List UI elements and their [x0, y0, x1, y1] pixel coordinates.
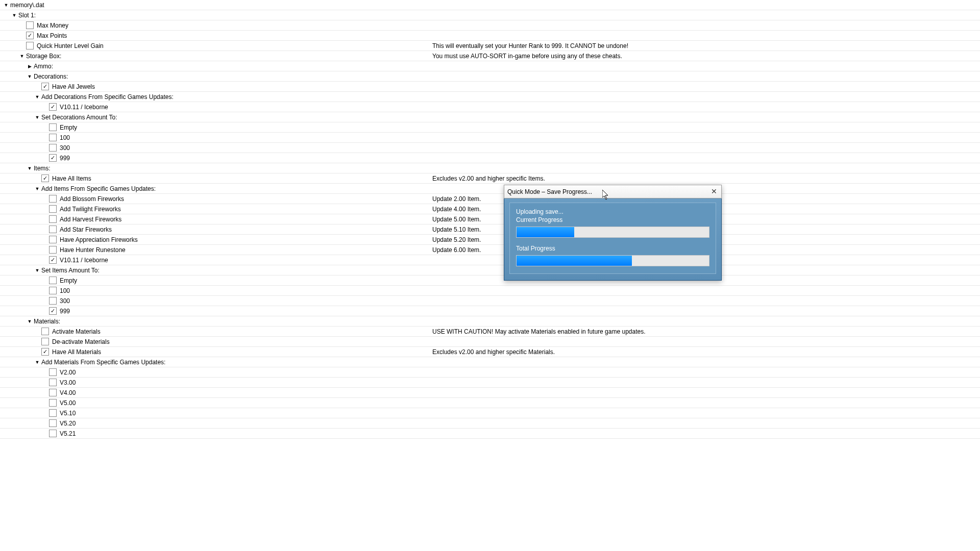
checkbox[interactable] — [49, 246, 57, 254]
tree-node-items[interactable]: ▼ Items: — [0, 163, 980, 173]
tree-item-deco-300[interactable]: ▼ 300 — [0, 143, 980, 153]
tree-item-max-money[interactable]: ▼ Max Money — [0, 20, 980, 31]
tree-node-storage-box[interactable]: ▼ Storage Box: You must use AUTO-SORT in… — [0, 51, 980, 61]
tree-item-have-runestone[interactable]: ▼ Have Hunter Runestone Update 6.00 Item… — [0, 245, 980, 255]
expand-icon[interactable]: ▼ — [11, 13, 17, 18]
checkbox[interactable] — [49, 103, 57, 111]
tree-item-mat-v521[interactable]: ▼ V5.21 — [0, 429, 980, 439]
checkbox[interactable] — [49, 399, 57, 407]
checkbox[interactable] — [49, 430, 57, 437]
tree-item-mat-v500[interactable]: ▼ V5.00 — [0, 398, 980, 408]
item-note: Update 5.00 Item. — [432, 216, 481, 223]
tree-item-item-100[interactable]: ▼ 100 — [0, 286, 980, 296]
node-label: Set Decorations Amount To: — [41, 114, 117, 121]
tree-item-deco-v1011[interactable]: ▼ V10.11 / Iceborne — [0, 102, 980, 112]
status-label: Uploading save... — [516, 208, 709, 215]
dialog-title: Quick Mode – Save Progress... — [507, 188, 592, 195]
expand-icon[interactable]: ▼ — [3, 3, 9, 8]
item-note: Update 5.20 Item. — [432, 236, 481, 243]
checkbox[interactable] — [49, 195, 57, 203]
checkbox[interactable] — [49, 389, 57, 396]
item-label: V3.00 — [60, 379, 76, 386]
tree-item-deco-empty[interactable]: ▼ Empty — [0, 122, 980, 133]
checkbox[interactable] — [49, 236, 57, 243]
tree-node-add-mat-from[interactable]: ▼ Add Materials From Specific Games Upda… — [0, 357, 980, 367]
tree-node-decorations[interactable]: ▼ Decorations: — [0, 71, 980, 82]
tree-node-ammo[interactable]: ▶ Ammo: — [0, 61, 980, 71]
tree-item-deco-100[interactable]: ▼ 100 — [0, 133, 980, 143]
tree-item-item-v1011[interactable]: ▼ V10.11 / Iceborne — [0, 255, 980, 265]
expand-icon[interactable]: ▼ — [19, 54, 25, 59]
tree-item-mat-v300[interactable]: ▼ V3.00 — [0, 378, 980, 388]
tree-item-mat-v400[interactable]: ▼ V4.00 — [0, 388, 980, 398]
checkbox[interactable] — [41, 338, 49, 345]
tree-item-deco-999[interactable]: ▼ 999 — [0, 153, 980, 163]
checkbox[interactable] — [49, 134, 57, 141]
expand-icon[interactable]: ▼ — [34, 115, 40, 120]
checkbox[interactable] — [41, 174, 49, 182]
tree-item-item-empty[interactable]: ▼ Empty — [0, 276, 980, 286]
tree-node-slot1[interactable]: ▼ Slot 1: — [0, 10, 980, 20]
tree-item-deactivate-materials[interactable]: ▼ De-activate Materials — [0, 337, 980, 347]
checkbox[interactable] — [49, 226, 57, 233]
close-icon[interactable]: ✕ — [709, 186, 719, 196]
checkbox[interactable] — [49, 307, 57, 315]
checkbox[interactable] — [26, 42, 34, 49]
checkbox[interactable] — [41, 83, 49, 90]
tree-item-add-blossom[interactable]: ▼ Add Blossom Fireworks Update 2.00 Item… — [0, 194, 980, 204]
expand-icon[interactable]: ▼ — [34, 268, 40, 273]
tree-item-have-all-items[interactable]: ▼ Have All Items Excludes v2.00 and high… — [0, 173, 980, 184]
expand-icon[interactable]: ▼ — [27, 74, 33, 79]
tree-item-have-all-jewels[interactable]: ▼ Have All Jewels — [0, 82, 980, 92]
tree-item-item-999[interactable]: ▼ 999 — [0, 306, 980, 316]
checkbox[interactable] — [49, 154, 57, 162]
tree-item-mat-v520[interactable]: ▼ V5.20 — [0, 418, 980, 429]
checkbox[interactable] — [49, 277, 57, 284]
checkbox[interactable] — [49, 205, 57, 213]
expand-icon[interactable]: ▼ — [34, 186, 40, 191]
item-note: This will eventually set your Hunter Ran… — [432, 42, 628, 49]
tree-node-root[interactable]: ▼ memory\.dat — [0, 0, 980, 10]
collapse-icon[interactable]: ▶ — [27, 64, 33, 69]
tree-item-add-twilight[interactable]: ▼ Add Twilight Fireworks Update 4.00 Ite… — [0, 204, 980, 214]
item-label: Add Twilight Fireworks — [60, 206, 121, 213]
tree-item-quick-hunter[interactable]: ▼ Quick Hunter Level Gain This will even… — [0, 41, 980, 51]
tree-item-mat-v200[interactable]: ▼ V2.00 — [0, 367, 980, 378]
tree-item-have-appreciation[interactable]: ▼ Have Appreciation Fireworks Update 5.2… — [0, 235, 980, 245]
checkbox[interactable] — [49, 409, 57, 417]
tree-item-add-harvest[interactable]: ▼ Add Harvest Fireworks Update 5.00 Item… — [0, 214, 980, 224]
item-note: USE WITH CAUTION! May activate Materials… — [432, 328, 646, 335]
checkbox[interactable] — [41, 348, 49, 356]
expand-icon[interactable]: ▼ — [27, 166, 33, 171]
checkbox[interactable] — [49, 215, 57, 223]
checkbox[interactable] — [49, 144, 57, 152]
checkbox[interactable] — [49, 287, 57, 294]
tree-node-materials[interactable]: ▼ Materials: — [0, 316, 980, 327]
checkbox[interactable] — [49, 368, 57, 376]
tree-item-mat-v510[interactable]: ▼ V5.10 — [0, 408, 980, 418]
tree-node-set-deco-amount[interactable]: ▼ Set Decorations Amount To: — [0, 112, 980, 122]
checkbox[interactable] — [49, 379, 57, 386]
checkbox[interactable] — [26, 21, 34, 29]
tree-node-set-items-amount[interactable]: ▼ Set Items Amount To: — [0, 265, 980, 276]
item-label: V4.00 — [60, 389, 76, 396]
checkbox[interactable] — [49, 123, 57, 131]
checkbox[interactable] — [26, 32, 34, 39]
expand-icon[interactable]: ▼ — [34, 360, 40, 365]
item-label: Empty — [60, 124, 77, 131]
checkbox[interactable] — [49, 419, 57, 427]
tree-item-item-300[interactable]: ▼ 300 — [0, 296, 980, 306]
tree-item-add-star[interactable]: ▼ Add Star Fireworks Update 5.10 Item. — [0, 224, 980, 235]
checkbox[interactable] — [41, 328, 49, 335]
tree-item-have-all-materials[interactable]: ▼ Have All Materials Excludes v2.00 and … — [0, 347, 980, 357]
checkbox[interactable] — [49, 297, 57, 305]
item-label: Max Money — [37, 22, 68, 29]
checkbox[interactable] — [49, 256, 57, 264]
tree-item-max-points[interactable]: ▼ Max Points — [0, 31, 980, 41]
tree-item-activate-materials[interactable]: ▼ Activate Materials USE WITH CAUTION! M… — [0, 327, 980, 337]
expand-icon[interactable]: ▼ — [34, 94, 40, 99]
tree-node-add-items-from[interactable]: ▼ Add Items From Specific Games Updates: — [0, 184, 980, 194]
expand-icon[interactable]: ▼ — [27, 319, 33, 324]
dialog-titlebar[interactable]: Quick Mode – Save Progress... ✕ — [504, 185, 722, 198]
tree-node-add-deco-from[interactable]: ▼ Add Decorations From Specific Games Up… — [0, 92, 980, 102]
